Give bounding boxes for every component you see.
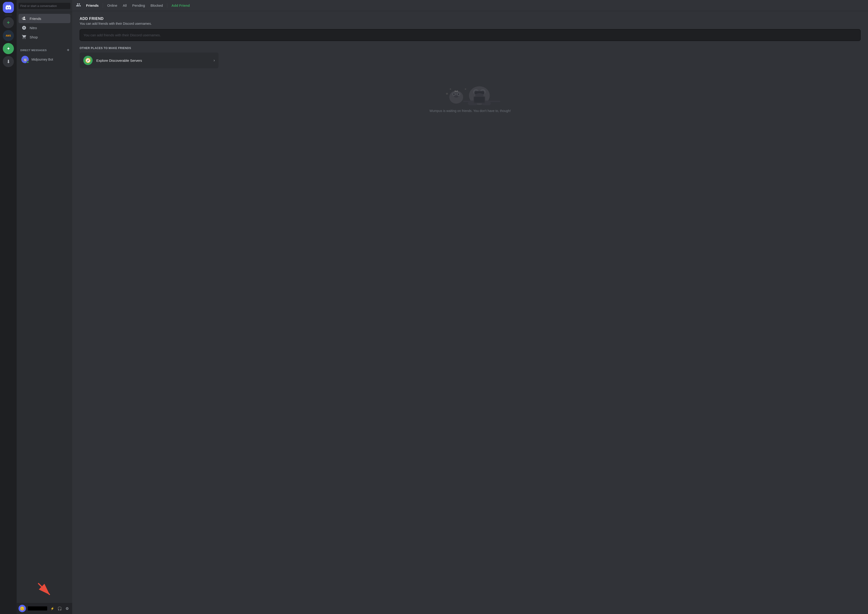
nav-item-shop-label: Shop <box>30 35 38 39</box>
user-avatar: 😊 <box>19 605 26 612</box>
add-friend-input[interactable] <box>84 29 857 41</box>
server-sidebar: + AWS ✦ ⬇ <box>0 0 17 614</box>
gear-icon: ⚙ <box>65 606 69 611</box>
dm-section-header: DIRECT MESSAGES + <box>17 43 72 54</box>
midjourney-avatar: 🤖 <box>21 56 29 63</box>
svg-rect-19 <box>474 97 484 102</box>
nav-item-nitro[interactable]: Nitro <box>19 23 70 33</box>
aws-label: AWS <box>6 34 11 37</box>
explore-label: Explore Discoverable Servers <box>96 59 210 62</box>
friends-nav-icon <box>76 2 81 9</box>
top-nav: Friends Online All Pending Blocked Add F… <box>72 0 868 11</box>
svg-point-21 <box>450 88 451 90</box>
add-dm-button[interactable]: + <box>66 47 70 53</box>
user-controls: ⚡ 🎧 ⚙ <box>49 605 70 612</box>
wumpus-area: Wumpus is waiting on friends. You don't … <box>80 68 860 122</box>
explore-chevron-icon: › <box>214 58 215 62</box>
add-friend-title: ADD FRIEND <box>80 17 860 21</box>
dm-nav: Friends Nitro Shop <box>17 12 72 43</box>
tab-online[interactable]: Online <box>105 2 120 9</box>
other-places-title: OTHER PLACES TO MAKE FRIENDS <box>80 47 860 50</box>
dm-user-midjourney[interactable]: 🤖 Midjourney Bot <box>19 54 70 65</box>
mute-button[interactable]: ⚡ <box>49 605 56 612</box>
tab-blocked[interactable]: Blocked <box>148 2 165 9</box>
explore-servers-card[interactable]: 🧭 Explore Discoverable Servers › <box>80 53 219 68</box>
nav-item-friends[interactable]: Friends <box>19 14 70 23</box>
svg-point-22 <box>465 88 466 90</box>
wumpus-text: Wumpus is waiting on friends. You don't … <box>429 109 511 113</box>
shop-icon <box>21 34 27 40</box>
settings-button[interactable]: ⚙ <box>64 605 70 612</box>
tab-pending[interactable]: Pending <box>130 2 147 9</box>
mute-icon: ⚡ <box>50 607 54 610</box>
server-separator <box>5 15 12 15</box>
aws-server-icon[interactable]: AWS <box>3 30 14 41</box>
headphone-icon: 🎧 <box>57 606 62 611</box>
username-display: ​ <box>28 606 47 611</box>
midjourney-username: Midjourney Bot <box>31 57 53 61</box>
main-content: Friends Online All Pending Blocked Add F… <box>72 0 868 614</box>
user-info: ​ <box>28 606 47 611</box>
wumpus-illustration <box>440 78 500 105</box>
nav-item-friends-label: Friends <box>30 17 41 20</box>
search-input[interactable] <box>19 3 70 9</box>
add-friend-description: You can add friends with their Discord u… <box>80 22 860 25</box>
download-button[interactable]: ⬇ <box>3 56 14 67</box>
svg-point-20 <box>446 93 448 95</box>
deafen-button[interactable]: 🎧 <box>56 605 63 612</box>
user-panel: 😊 ​ ⚡ 🎧 ⚙ <box>17 603 72 614</box>
status-dot <box>26 61 29 64</box>
dm-sidebar: Friends Nitro Shop DIRECT MESSAGES + 🤖 <box>17 0 72 614</box>
add-friend-content: ADD FRIEND You can add friends with thei… <box>72 11 868 614</box>
svg-point-4 <box>458 93 459 95</box>
add-friend-input-wrapper <box>80 29 860 41</box>
nitro-icon <box>21 25 27 31</box>
tab-add-friend[interactable]: Add Friend <box>169 2 192 9</box>
green-server-icon[interactable]: ✦ <box>3 43 14 54</box>
discord-home-button[interactable] <box>3 2 14 13</box>
direct-messages-label: DIRECT MESSAGES <box>20 49 47 51</box>
nav-item-shop[interactable]: Shop <box>19 33 70 42</box>
friends-icon <box>21 16 27 21</box>
explore-icon: 🧭 <box>83 56 93 65</box>
green-icon: ✦ <box>6 46 11 51</box>
nav-item-nitro-label: Nitro <box>30 26 37 30</box>
svg-point-3 <box>453 93 455 95</box>
tab-all[interactable]: All <box>121 2 129 9</box>
download-icon: ⬇ <box>6 59 11 64</box>
add-server-button[interactable]: + <box>3 17 14 28</box>
tab-friends[interactable]: Friends <box>84 2 101 9</box>
dm-search-area <box>17 0 72 12</box>
svg-point-5 <box>454 95 458 98</box>
